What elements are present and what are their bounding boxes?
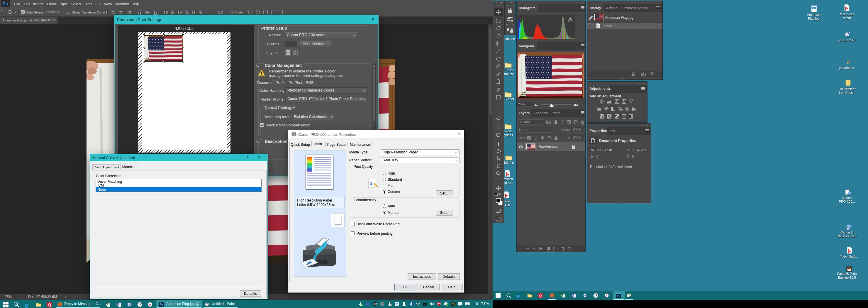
svg-text:fx: fx bbox=[533, 247, 535, 250]
svg-text:fw: fw bbox=[117, 304, 119, 306]
svg-text:a: a bbox=[370, 180, 372, 187]
svg-text:fw: fw bbox=[572, 295, 574, 297]
